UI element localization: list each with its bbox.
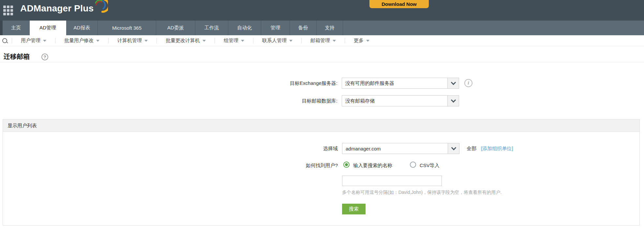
radio-csv-import-label[interactable]: CSV导入 <box>420 163 440 169</box>
target-mailbox-db-select[interactable]: 没有邮箱存储 <box>342 95 459 106</box>
menu-user-management[interactable]: 用户管理 <box>12 35 55 46</box>
divider <box>0 62 644 62</box>
main-tab-bar: 主页 AD管理 AD报表 Microsoft 365 AD委派 工作流 自动化 … <box>0 21 644 35</box>
caret-down-icon <box>289 40 292 42</box>
menu-label: 邮箱管理 <box>310 38 330 44</box>
panel-header: 显示用户列表 <box>3 119 639 132</box>
app-grid-icon[interactable] <box>3 6 14 15</box>
target-exchange-server-select[interactable]: 没有可用的邮件服务器 <box>342 78 459 89</box>
menu-label: 组管理 <box>224 38 238 44</box>
chevron-down-icon[interactable] <box>447 78 459 88</box>
menu-more[interactable]: 更多 <box>345 35 378 46</box>
target-exchange-server-label: 目标Exchange服务器: <box>227 80 337 86</box>
menu-group-management[interactable]: 组管理 <box>215 35 253 46</box>
tab-home[interactable]: 主页 <box>3 21 30 35</box>
target-mailbox-db-label: 目标邮箱数据库: <box>227 98 337 104</box>
search-icon[interactable] <box>2 38 8 44</box>
logo-text: ADManager Plus <box>20 3 94 14</box>
caret-down-icon <box>96 40 99 42</box>
page-title: 迁移邮箱 <box>4 52 30 61</box>
radio-search-by-name-label[interactable]: 输入要搜索的名称 <box>353 163 392 169</box>
menu-label: 更多 <box>354 38 364 44</box>
tab-workflow[interactable]: 工作流 <box>195 21 228 35</box>
tab-ad-reports[interactable]: AD报表 <box>66 21 98 35</box>
caret-down-icon <box>366 40 369 42</box>
top-bar: ADManager Plus Download Now <box>0 0 644 21</box>
names-search-input[interactable] <box>342 176 442 186</box>
show-user-list-panel: 显示用户列表 选择域 admanager.com 全部 [添加组织单位] 如何找… <box>3 119 640 226</box>
tab-automation[interactable]: 自动化 <box>228 21 261 35</box>
radio-search-by-name[interactable] <box>343 162 350 168</box>
caret-down-icon <box>241 40 244 42</box>
menu-contact-management[interactable]: 联系人管理 <box>253 35 301 46</box>
add-ou-link[interactable]: [添加组织单位] <box>481 146 513 152</box>
tab-ad-delegation[interactable]: AD委派 <box>156 21 195 35</box>
help-icon[interactable]: ? <box>41 54 48 60</box>
logo: ADManager Plus <box>20 3 108 14</box>
menu-bulk-user-modify[interactable]: 批量用户修改 <box>55 35 108 46</box>
tab-microsoft-365[interactable]: Microsoft 365 <box>98 21 156 35</box>
info-icon[interactable]: i <box>464 79 472 87</box>
selected-value: 没有可用的邮件服务器 <box>342 80 447 86</box>
download-now-button[interactable]: Download Now <box>369 0 429 8</box>
menu-label: 计算机管理 <box>117 38 142 44</box>
menu-bulk-computer-modify[interactable]: 批量更改计算机 <box>157 35 215 46</box>
search-hint-text: 多个名称可用逗号分隔(如：David,John)，保持该字段为空，将查看所有的用… <box>342 190 502 195</box>
logo-swirl-icon <box>93 0 108 14</box>
tab-ad-management[interactable]: AD管理 <box>30 21 66 35</box>
chevron-down-icon[interactable] <box>448 143 459 154</box>
chevron-down-icon[interactable] <box>447 96 459 106</box>
menu-label: 批量更改计算机 <box>166 38 200 44</box>
search-button[interactable]: 搜索 <box>342 204 366 214</box>
radio-csv-import[interactable] <box>410 162 416 168</box>
ou-scope-text: 全部 <box>467 146 476 152</box>
caret-down-icon <box>43 40 46 42</box>
menu-computer-management[interactable]: 计算机管理 <box>109 35 157 46</box>
selected-value: 没有邮箱存储 <box>342 98 447 104</box>
how-to-find-users-label: 如何找到用户? <box>227 163 338 169</box>
tab-backup[interactable]: 备份 <box>290 21 317 35</box>
menu-label: 用户管理 <box>21 38 40 44</box>
caret-down-icon <box>333 40 336 42</box>
caret-down-icon <box>202 40 206 42</box>
domain-select[interactable]: admanager.com <box>342 143 459 154</box>
tab-admin[interactable]: 管理 <box>261 21 290 35</box>
menu-mailbox-management[interactable]: 邮箱管理 <box>302 35 345 46</box>
select-domain-label: 选择域 <box>227 146 338 152</box>
menu-label: 批量用户修改 <box>64 38 94 44</box>
secondary-nav: 用户管理 批量用户修改 计算机管理 批量更改计算机 组管理 联系人管理 邮箱管理… <box>0 35 644 46</box>
selected-value: admanager.com <box>342 146 448 151</box>
caret-down-icon <box>144 40 148 42</box>
tab-support[interactable]: 支持 <box>317 21 343 35</box>
menu-label: 联系人管理 <box>262 38 287 44</box>
